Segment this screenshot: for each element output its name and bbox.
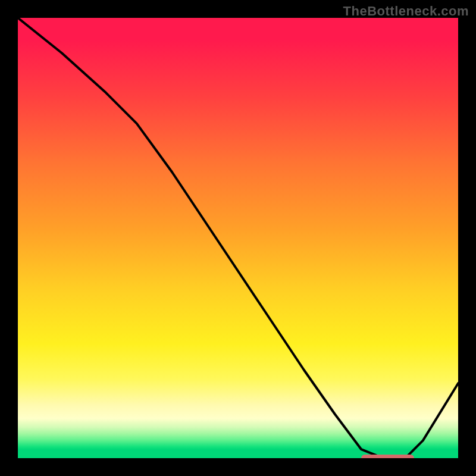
optimum-range-marker (361, 455, 414, 458)
watermark-text: TheBottleneck.com (343, 4, 469, 19)
bottleneck-curve (18, 18, 458, 458)
chart-frame: TheBottleneck.com (0, 0, 476, 476)
plot-area (18, 18, 458, 458)
